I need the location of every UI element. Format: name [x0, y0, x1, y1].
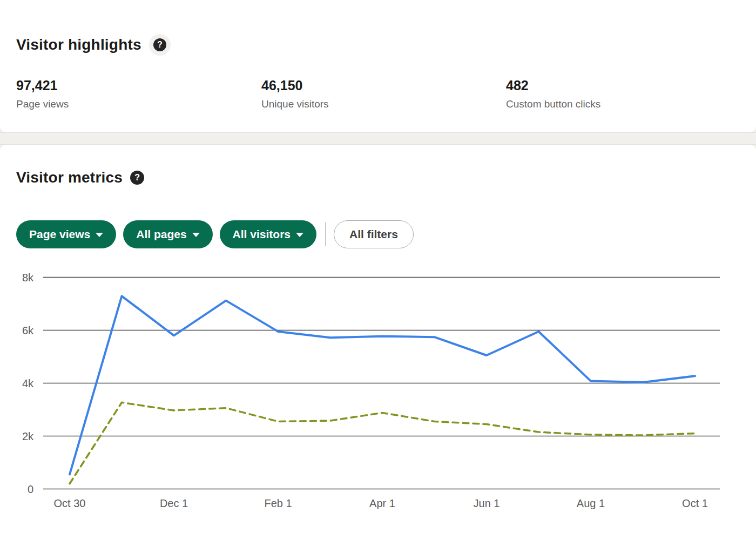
filter-dropdown-all-visitors[interactable]: All visitors [220, 220, 316, 248]
stat-unique-visitors: 46,150 Unique visitors [261, 78, 329, 110]
help-icon: ? [153, 38, 166, 51]
y-tick-label: 2k [22, 430, 34, 442]
y-tick-label: 4k [22, 377, 34, 389]
olive-dashed-line [70, 402, 695, 483]
filter-dropdown-all-pages[interactable]: All pages [123, 220, 212, 248]
x-tick-label: Dec 1 [160, 497, 188, 509]
stat-label: Custom button clicks [506, 98, 600, 110]
x-tick-label: Feb 1 [264, 497, 292, 509]
y-tick-label: 0 [28, 483, 33, 495]
x-tick-label: Oct 1 [682, 497, 708, 509]
stat-page-views: 97,421 Page views [16, 78, 69, 110]
all-filters-button[interactable]: All filters [334, 220, 414, 248]
section-divider [0, 132, 756, 145]
filter-row: Page views All pages All visitors All fi… [16, 220, 414, 248]
x-tick-label: Jun 1 [474, 497, 500, 509]
chevron-down-icon [296, 233, 303, 237]
visitor-metrics-chart[interactable]: 02k4k6k8kOct 30Dec 1Feb 1Apr 1Jun 1Aug 1… [0, 262, 756, 518]
x-tick-label: Oct 30 [54, 497, 86, 509]
stat-value: 482 [506, 78, 600, 93]
y-tick-label: 8k [22, 272, 34, 284]
stat-label: Page views [16, 98, 69, 110]
visitor-metrics-title: Visitor metrics [16, 169, 123, 186]
dropdown-label: Page views [29, 228, 90, 241]
chevron-down-icon [192, 233, 200, 237]
chevron-down-icon [96, 233, 103, 237]
stat-value: 46,150 [261, 78, 329, 93]
visitor-highlights-card: Visitor highlights ? 97,421 Page views 4… [0, 0, 756, 132]
x-tick-label: Apr 1 [369, 497, 395, 509]
stat-custom-button-clicks: 482 Custom button clicks [506, 78, 600, 110]
help-icon[interactable]: ? [130, 171, 144, 185]
stat-value: 97,421 [16, 78, 69, 93]
help-button[interactable]: ? [149, 34, 171, 56]
all-filters-label: All filters [349, 228, 398, 241]
visitor-highlights-title: Visitor highlights [16, 36, 141, 53]
dropdown-label: All pages [136, 228, 186, 241]
x-tick-label: Aug 1 [577, 497, 605, 509]
blue-solid-line [70, 296, 695, 474]
filter-divider [325, 222, 326, 246]
stat-label: Unique visitors [261, 98, 329, 110]
metric-dropdown-page-views[interactable]: Page views [16, 220, 116, 248]
dropdown-label: All visitors [233, 228, 291, 241]
y-tick-label: 6k [22, 325, 34, 336]
